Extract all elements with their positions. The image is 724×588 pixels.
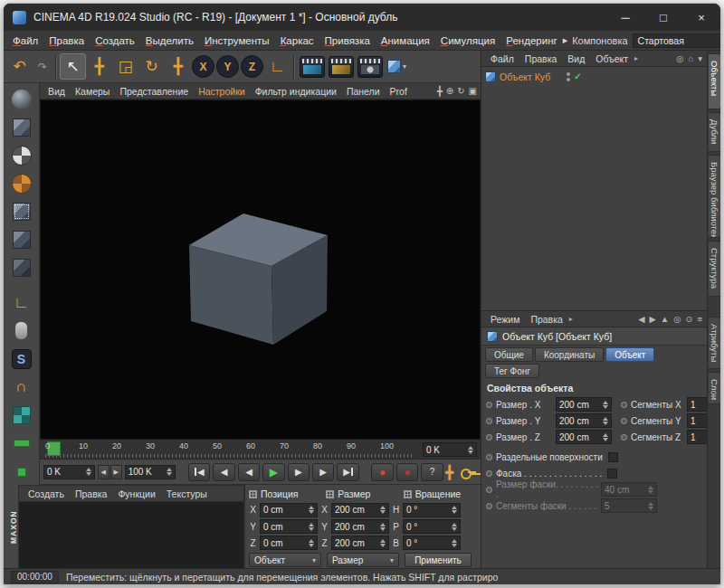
tab-basic[interactable]: Общие <box>485 347 533 362</box>
lock-x-button[interactable]: X <box>192 55 214 78</box>
stepper[interactable] <box>306 523 314 531</box>
size-z-field[interactable]: 200 cm <box>331 536 389 550</box>
current-frame-field[interactable]: 0 K <box>423 442 477 457</box>
history-back-icon[interactable]: ◀ <box>638 314 644 324</box>
lock-icon[interactable]: ⊙ <box>685 314 692 324</box>
close-button[interactable]: × <box>682 4 720 31</box>
axis-mode-button[interactable]: ∟ <box>6 289 37 317</box>
list-icon[interactable]: ≡ <box>697 314 702 324</box>
zoom-view-icon[interactable]: ⊕ <box>446 86 453 96</box>
stepper[interactable] <box>600 401 608 409</box>
pan-view-icon[interactable]: ╋ <box>437 86 443 96</box>
keyframe-dot-icon[interactable] <box>486 503 492 509</box>
end-frame-field[interactable]: 100 K <box>125 465 176 479</box>
step-forward-button[interactable]: ▶ <box>110 465 122 479</box>
coordinate-system-button[interactable]: ∟ <box>264 53 291 80</box>
keyframe-dot-icon[interactable] <box>486 418 492 424</box>
stepper[interactable] <box>377 523 386 531</box>
viewport-menu-options[interactable]: Настройки <box>194 85 250 98</box>
fillet-checkbox[interactable] <box>607 469 617 479</box>
keyframe-selection-button[interactable]: ? <box>421 463 443 481</box>
menu-file[interactable]: Файл <box>7 33 43 48</box>
stepper[interactable] <box>449 506 457 514</box>
pin-icon[interactable]: ▲ <box>661 314 669 324</box>
keyframe-dot-icon[interactable] <box>486 487 492 493</box>
redo-button[interactable]: ↷ <box>33 53 52 80</box>
stepper[interactable] <box>306 506 314 514</box>
viewport-menu-prof[interactable]: Prof <box>386 85 412 98</box>
viewport-menu-filter[interactable]: Фильтр индикации <box>251 85 341 98</box>
layout-select[interactable]: Стартовая ▾ <box>633 33 721 48</box>
texture-mode-button[interactable] <box>6 141 37 169</box>
stepper[interactable] <box>465 446 473 454</box>
maximize-button[interactable]: □ <box>644 4 682 31</box>
rotation-p-field[interactable]: 0 ° <box>403 519 461 534</box>
key-icon[interactable] <box>461 468 477 477</box>
stepper[interactable] <box>377 539 386 547</box>
goto-end-button[interactable]: ▶ <box>337 463 358 481</box>
size-x-input[interactable]: 200 cm <box>556 397 612 412</box>
add-cube-button[interactable]: ▾ <box>387 60 406 73</box>
previous-frame-button[interactable]: ◀ <box>238 463 260 481</box>
undo-button[interactable]: ↶ <box>6 53 33 80</box>
position-z-field[interactable]: 0 cm <box>260 536 318 550</box>
material-menu-edit[interactable]: Правка <box>71 488 111 500</box>
play-button[interactable]: ▶ <box>262 463 284 481</box>
size-mode-select[interactable]: Размер ▾ <box>327 553 399 567</box>
goto-start-button[interactable]: ◀ <box>188 463 210 481</box>
tab-content-browser[interactable]: Браузер библиотеки <box>709 155 721 238</box>
visibility-dots-icon[interactable] <box>567 72 570 81</box>
om-menu-file[interactable]: Файл <box>486 52 519 65</box>
autokeying-button[interactable]: ● <box>396 463 418 481</box>
start-frame-field[interactable]: 0 K <box>43 465 95 479</box>
rotate-tool-button[interactable]: ↻ <box>138 53 165 80</box>
tab-takes[interactable]: Дубли <box>709 112 721 152</box>
menu-tools[interactable]: Инструменты <box>199 33 275 48</box>
search-icon[interactable]: ◎ <box>676 53 683 63</box>
material-list-area[interactable] <box>19 502 243 569</box>
render-picture-viewer-button[interactable] <box>329 56 354 78</box>
menu-edit[interactable]: Правка <box>43 33 90 48</box>
workplane-button[interactable] <box>6 401 37 429</box>
make-editable-button[interactable] <box>6 85 37 113</box>
tab-structure[interactable]: Структура <box>709 241 721 297</box>
previous-key-button[interactable]: ◀ <box>213 463 234 481</box>
live-selection-button[interactable]: ↖ <box>60 53 86 80</box>
move-tool-button[interactable]: ╋ <box>86 53 112 80</box>
enabled-check-icon[interactable]: ✓ <box>574 71 581 81</box>
am-menu-mode[interactable]: Режим <box>486 313 524 326</box>
object-row-cube[interactable]: Объект Куб ✓ <box>481 68 707 85</box>
timeline-ruler[interactable]: 0 10 20 30 40 50 60 70 80 90 100 0 K <box>40 440 481 460</box>
orbit-view-icon[interactable]: ↻ <box>457 86 464 96</box>
material-menu-create[interactable]: Создать <box>24 488 69 500</box>
menu-simulate[interactable]: Симуляция <box>435 33 500 48</box>
apply-button[interactable]: Применить <box>405 553 472 567</box>
viewport-menu-cameras[interactable]: Камеры <box>71 85 114 98</box>
stepper[interactable] <box>164 468 172 476</box>
size-y-field[interactable]: 200 cm <box>331 519 389 534</box>
scale-tool-button[interactable]: ◲ <box>112 53 138 80</box>
viewport-menu-panel[interactable]: Панели <box>342 85 385 98</box>
stepper[interactable] <box>306 539 314 547</box>
snap-button[interactable]: S <box>6 345 37 373</box>
om-menu-view[interactable]: Вид <box>563 52 589 65</box>
object-name[interactable]: Объект Куб <box>500 71 550 82</box>
viewport-canvas[interactable] <box>40 100 481 440</box>
edges-mode-button[interactable] <box>6 225 37 253</box>
menu-select[interactable]: Выделить <box>140 33 199 48</box>
viewport-menu-display[interactable]: Представление <box>115 85 193 98</box>
material-menu-texture[interactable]: Текстуры <box>162 488 212 500</box>
next-frame-button[interactable]: ▶ <box>288 463 310 481</box>
toggle-view-icon[interactable]: ▣ <box>469 86 477 96</box>
lock-z-button[interactable]: Z <box>241 55 263 78</box>
size-x-field[interactable]: 200 cm <box>331 503 389 517</box>
menu-mesh[interactable]: Каркас <box>275 33 319 48</box>
om-menu-edit[interactable]: Правка <box>520 52 561 65</box>
viewport-menu-view[interactable]: Вид <box>43 85 70 98</box>
size-y-input[interactable]: 200 cm <box>556 413 612 428</box>
keyframe-dot-icon[interactable] <box>621 402 627 408</box>
keyframe-dot-icon[interactable] <box>621 434 627 441</box>
stepper[interactable] <box>449 523 457 531</box>
size-z-input[interactable]: 200 cm <box>556 430 612 444</box>
minimize-button[interactable]: ─ <box>606 4 644 31</box>
